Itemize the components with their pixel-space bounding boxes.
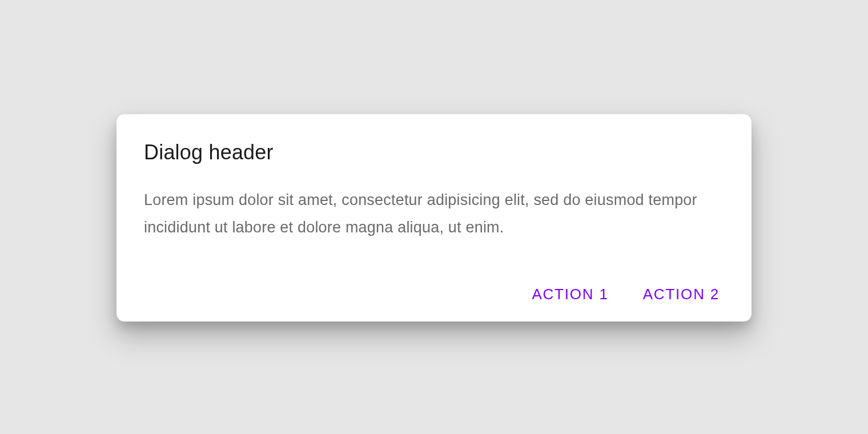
dialog: Dialog header Lorem ipsum dolor sit amet…: [116, 114, 752, 322]
dialog-title: Dialog header: [144, 140, 724, 164]
dialog-actions: ACTION 1 ACTION 2: [144, 282, 724, 307]
action-1-button[interactable]: ACTION 1: [531, 282, 609, 307]
dialog-body-text: Lorem ipsum dolor sit amet, consectetur …: [144, 186, 724, 241]
action-2-button[interactable]: ACTION 2: [642, 282, 721, 307]
